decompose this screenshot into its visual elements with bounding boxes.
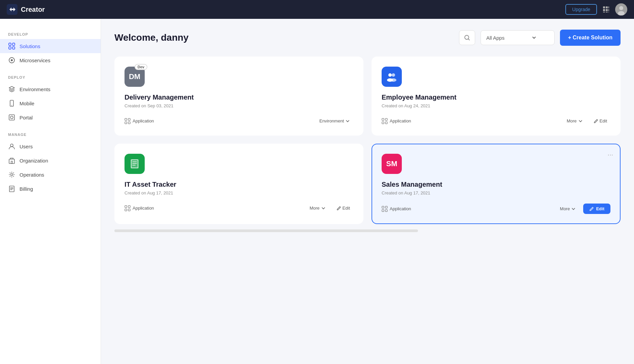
create-solution-button[interactable]: + Create Solution [560,30,621,46]
sidebar-label-environments: Environments [20,86,50,92]
svg-rect-8 [606,12,608,12]
sidebar-item-solutions[interactable]: Solutions [0,39,101,53]
edit-icon [589,207,594,211]
svg-rect-25 [11,161,12,163]
main-content: Welcome, danny All Apps + Create Solutio… [101,19,634,364]
card-employee-management: Employee Management Created on Aug 24, 2… [372,57,621,136]
card-app-label-sales: Application [382,206,411,212]
search-icon [464,34,470,41]
svg-rect-13 [9,43,11,45]
card-delivery-management: DM Dev Delivery Management Created on Se… [114,57,363,136]
edit-button[interactable]: Edit [333,204,353,213]
search-box[interactable] [459,30,475,45]
card-app-label-it-asset: Application [125,205,154,211]
card-footer-delivery: Application Environment [125,116,353,125]
sidebar-item-organization[interactable]: Organization [0,153,101,168]
card-footer-it-asset: Application More Edit [125,204,353,213]
sidebar-label-billing: Billing [20,186,33,192]
avatar[interactable] [615,3,627,15]
svg-rect-6 [608,9,609,11]
svg-point-34 [392,73,395,77]
app-icon [125,205,131,211]
filter-label: All Apps [486,35,504,41]
sidebar: DEVELOP Solutions Microservices [0,19,101,364]
svg-rect-49 [382,210,384,212]
environment-dropdown-button[interactable]: Environment [316,116,353,125]
card-footer-employee: Application More Edit [382,116,610,125]
three-dots-menu[interactable]: ··· [607,151,613,158]
card-title-delivery: Delivery Management [125,94,353,101]
edit-icon [337,206,341,211]
gear-icon [8,171,15,178]
edit-icon [594,119,598,123]
svg-point-23 [10,144,13,147]
sidebar-label-microservices: Microservices [20,58,50,63]
asset-icon [129,158,140,169]
card-icon-sales: SM [382,154,402,174]
app-icon [382,118,388,124]
card-it-asset-tracker: IT Asset Tracker Created on Aug 17, 2021… [114,144,363,224]
app-icon [125,118,131,124]
svg-rect-32 [128,122,130,124]
upgrade-button[interactable]: Upgrade [565,4,597,15]
svg-rect-5 [606,9,608,11]
edit-button-primary[interactable]: Edit [583,204,610,214]
sidebar-item-portal[interactable]: Portal [0,110,101,124]
svg-rect-9 [608,12,609,12]
sidebar-section-manage: MANAGE [0,133,101,139]
filter-dropdown[interactable]: All Apps [481,30,555,45]
svg-point-36 [390,78,396,82]
chevron-down-icon [571,207,576,211]
sidebar-item-billing[interactable]: Billing [0,182,101,196]
grid-icon[interactable] [602,6,610,13]
svg-rect-7 [603,12,605,12]
app-label-text: Application [390,206,411,211]
svg-point-18 [11,59,13,61]
circle-dot-icon [8,57,15,64]
svg-rect-39 [382,122,384,124]
sidebar-item-operations[interactable]: Operations [0,168,101,182]
sidebar-section-deploy: DEPLOY [0,75,101,82]
sidebar-label-solutions: Solutions [20,43,40,49]
sidebar-item-microservices[interactable]: Microservices [0,53,101,67]
employees-icon [386,71,397,82]
svg-point-22 [10,116,13,119]
more-dropdown-button[interactable]: More [557,204,579,213]
card-app-label-employee: Application [382,118,411,124]
layers-icon [8,85,15,93]
sidebar-item-environments[interactable]: Environments [0,82,101,96]
app-label-text: Application [133,206,154,211]
receipt-icon [8,185,15,192]
card-icon-text: DM [129,72,140,81]
card-title-employee: Employee Management [382,94,610,101]
more-dropdown-button[interactable]: More [306,204,329,213]
dev-badge: Dev [135,64,147,70]
svg-rect-43 [125,206,127,208]
mobile-icon [8,100,15,107]
card-date-delivery: Created on Sep 03, 2021 [125,103,353,108]
sidebar-label-operations: Operations [20,172,44,178]
card-icon-text: SM [386,159,397,168]
sidebar-item-users[interactable]: Users [0,139,101,153]
portal-icon [8,114,15,121]
sidebar-label-users: Users [20,144,33,149]
sidebar-label-organization: Organization [20,158,48,163]
building-icon [8,157,15,164]
edit-button[interactable]: Edit [590,116,610,125]
cards-grid: DM Dev Delivery Management Created on Se… [114,57,621,224]
svg-rect-30 [128,118,130,120]
app-label-text: Application [133,118,154,123]
card-date-sales: Created on Aug 17, 2021 [382,190,610,195]
page-title: Welcome, danny [114,32,188,43]
sidebar-item-mobile[interactable]: Mobile [0,96,101,110]
svg-rect-37 [382,118,384,120]
card-icon-delivery: DM Dev [125,67,145,87]
more-dropdown-button[interactable]: More [563,116,586,125]
horizontal-scrollbar[interactable] [114,229,418,232]
card-date-it-asset: Created on Aug 17, 2021 [125,190,353,195]
creator-icon [7,4,17,15]
svg-point-11 [619,6,623,10]
svg-rect-38 [385,118,387,120]
app-icon [382,206,388,212]
content-header: Welcome, danny All Apps + Create Solutio… [114,30,621,46]
